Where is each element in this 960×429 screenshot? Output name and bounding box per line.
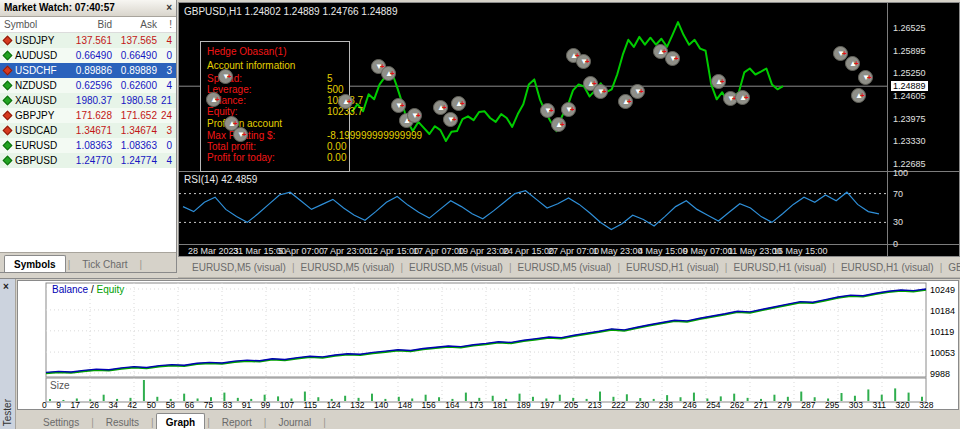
- size-pane-label: Size: [50, 380, 69, 391]
- market-watch-row-gbpusd[interactable]: GBPUSD1.247701.247744: [0, 153, 176, 168]
- chart-tab-1[interactable]: EURUSD,M5 (visual): [295, 262, 401, 273]
- graph-x-label: 254: [706, 400, 720, 411]
- tab-separator: |: [138, 259, 145, 272]
- symbol-up-icon: [3, 141, 13, 151]
- price-tick-label: 1.25250: [893, 68, 926, 78]
- profit-info-rows: Max Floating $:-8.199999999999999Total p…: [207, 130, 349, 163]
- rsi-tick-label: 0: [893, 239, 898, 249]
- chart-tab-0[interactable]: EURUSD,M5 (visual): [186, 262, 292, 273]
- trade-marker-icon: ▲+: [551, 117, 566, 132]
- market-watch-row-usdcad[interactable]: USDCAD1.346711.346743: [0, 123, 176, 138]
- market-watch-row-xauusd[interactable]: XAUUSD1980.371980.5821: [0, 93, 176, 108]
- graph-y-label: 9988: [930, 369, 950, 379]
- tester-panel: × Tester Balance / Equity Size 102491018…: [0, 278, 960, 429]
- market-watch-row-usdjpy[interactable]: USDJPY137.561137.5654: [0, 33, 176, 48]
- tester-tab-report[interactable]: Report: [212, 413, 262, 429]
- column-header-bid[interactable]: Bid: [66, 17, 112, 32]
- tester-tab-journal[interactable]: Journal: [268, 413, 321, 429]
- spread-value: 0: [157, 48, 176, 63]
- trade-marker-icon: ▼+: [561, 102, 576, 117]
- ask-value: 1.24774: [112, 153, 157, 168]
- trade-marker-icon: ▲+: [711, 74, 726, 89]
- close-icon[interactable]: ×: [166, 0, 172, 16]
- graph-x-label: 132: [350, 400, 364, 411]
- balance-graph-canvas[interactable]: [18, 281, 960, 411]
- time-axis: 28 Mar 202331 Mar 15:005 Apr 07:007 Apr …: [179, 246, 887, 258]
- chart-tab-7[interactable]: GBPUSD,H1 (visual): [942, 262, 960, 273]
- column-header-ask[interactable]: Ask: [112, 17, 157, 32]
- graph-x-label: 9: [56, 400, 61, 411]
- graph-x-label: 246: [683, 400, 697, 411]
- graph-x-label: 99: [261, 400, 270, 411]
- ask-value: 1.08363: [112, 138, 157, 153]
- chart-tab-6[interactable]: EURUSD,H1 (visual): [835, 262, 940, 273]
- chart-tab-2[interactable]: EURUSD,M5 (visual): [403, 262, 509, 273]
- price-tick-label: 1.24605: [893, 91, 926, 101]
- graph-x-label: 328: [919, 400, 933, 411]
- tab-tick-chart[interactable]: Tick Chart: [72, 255, 137, 272]
- trade-marker-icon: ▼+: [540, 103, 555, 118]
- symbol-up-icon: [3, 81, 13, 91]
- close-cross-icon: +: [242, 131, 247, 139]
- overlay-row: Total profit:0.00: [207, 141, 349, 152]
- tester-panel-label: Tester: [2, 399, 13, 426]
- tab-separator: |: [321, 417, 328, 429]
- trade-marker-icon: ▼+: [593, 84, 608, 99]
- market-watch-row-gbpjpy[interactable]: GBPJPY171.628171.65224: [0, 108, 176, 123]
- column-header-symbol[interactable]: Symbol: [0, 17, 66, 32]
- trade-marker-icon: ▼+: [858, 70, 873, 85]
- close-cross-icon: +: [867, 74, 872, 82]
- price-tick-label: 1.25895: [893, 46, 926, 56]
- graph-x-label: 17: [71, 400, 80, 411]
- symbol-name: GBPUSD: [15, 153, 57, 168]
- time-axis-label: 9 May 07:00: [683, 246, 733, 256]
- ask-value: 137.565: [112, 33, 157, 48]
- symbol-down-icon: [3, 66, 13, 76]
- balance-graph-area[interactable]: Balance / Equity Size 102491018410119100…: [17, 280, 959, 410]
- overlay-row: Profit for today:0.00: [207, 152, 349, 163]
- market-watch-row-audusd[interactable]: AUDUSD0.664900.664900: [0, 48, 176, 63]
- time-axis-label: 1 May 23:00: [593, 246, 643, 256]
- chart-tab-5[interactable]: EURUSD,H1 (visual): [727, 262, 832, 273]
- tester-tab-results[interactable]: Results: [96, 413, 149, 429]
- tester-side-strip: × Tester: [0, 279, 16, 429]
- graph-x-label: 238: [659, 400, 673, 411]
- trade-marker-icon: ▲+: [206, 92, 221, 107]
- tab-separator: |: [262, 417, 269, 429]
- ask-value: 1980.58: [112, 93, 157, 108]
- trade-marker-icon: ▼+: [576, 54, 591, 69]
- chart-tab-4[interactable]: EURUSD,H1 (visual): [620, 262, 725, 273]
- market-watch-row-nzdusd[interactable]: NZDUSD0.625960.626004: [0, 78, 176, 93]
- trade-marker-icon: ▼+: [391, 98, 406, 113]
- graph-x-label: 213: [588, 400, 602, 411]
- rsi-tick-label: 70: [893, 189, 903, 199]
- column-header-![interactable]: !: [157, 17, 176, 32]
- chart-title: GBPUSD,H1 1.24802 1.24889 1.24766 1.2488…: [184, 6, 398, 17]
- market-watch-column-header: SymbolBidAsk!: [0, 17, 176, 33]
- time-axis-label: 5 Apr 07:00: [278, 246, 324, 256]
- close-cross-icon: +: [585, 58, 590, 66]
- trade-marker-icon: ▲+: [338, 94, 353, 109]
- price-chart-window[interactable]: GBPUSD,H1 1.24802 1.24889 1.24766 1.2488…: [178, 2, 960, 257]
- spread-value: 4: [157, 153, 176, 168]
- spread-value: 24: [157, 108, 176, 123]
- market-watch-row-eurusd[interactable]: EURUSD1.083631.083630: [0, 138, 176, 153]
- tab-symbols[interactable]: Symbols: [4, 255, 66, 272]
- market-watch-panel: Market Watch: 07:40:57 × SymbolBidAsk! U…: [0, 0, 177, 273]
- close-icon[interactable]: ×: [3, 281, 9, 292]
- market-watch-row-usdchf[interactable]: USDCHF0.898860.898893: [0, 63, 176, 78]
- graph-x-label: 197: [540, 400, 554, 411]
- ask-value: 0.66490: [112, 48, 157, 63]
- close-cross-icon: +: [452, 116, 457, 124]
- tab-separator: |: [205, 417, 212, 429]
- tester-tab-graph[interactable]: Graph: [156, 413, 205, 429]
- tester-tab-settings[interactable]: Settings: [33, 413, 89, 429]
- chart-tab-3[interactable]: EURUSD,M5 (visual): [512, 262, 618, 273]
- price-axis: 1.265251.258951.252501.246051.239751.233…: [887, 3, 959, 256]
- graph-x-label: 295: [825, 400, 839, 411]
- close-cross-icon: +: [744, 94, 749, 102]
- spread-value: 4: [157, 78, 176, 93]
- symbol-name: USDCHF: [15, 63, 57, 78]
- overlay-value: 0.00: [327, 141, 346, 152]
- rsi-indicator-canvas[interactable]: [179, 172, 887, 244]
